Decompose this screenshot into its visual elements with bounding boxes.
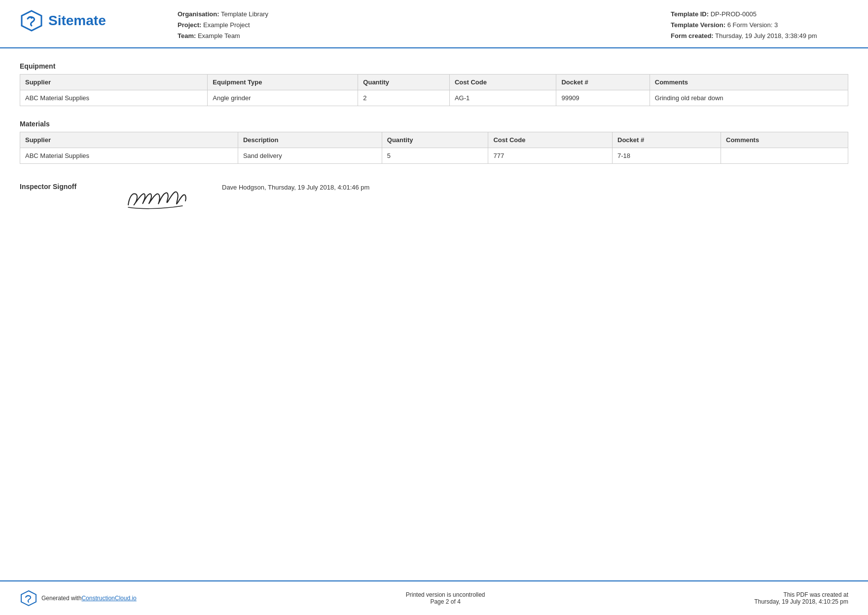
svg-point-1 [31,17,33,19]
signoff-section: Inspector Signoff Dave Hodgson, Thursday… [20,178,848,217]
equipment-cell-supplier: ABC Material Supplies [20,90,208,106]
equipment-table: Supplier Equipment Type Quantity Cost Co… [20,74,848,106]
page: Sitemate Organisation: Template Library … [0,0,868,615]
materials-col-description: Description [238,132,382,148]
project-row: Project: Example Project [178,20,671,31]
equipment-col-supplier: Supplier [20,75,208,90]
footer-center: Printed version is uncontrolled Page 2 o… [406,591,485,605]
equipment-cell-qty: 2 [358,90,450,106]
team-value: Example Team [198,32,240,39]
form-version-value: 3 [774,21,778,29]
equipment-header-row: Supplier Equipment Type Quantity Cost Co… [20,75,848,90]
materials-table-row: ABC Material Supplies Sand delivery 5 77… [20,148,848,164]
materials-cell-comments [721,148,848,164]
signoff-info: Dave Hodgson, Thursday, 19 July 2018, 4:… [207,178,369,191]
footer-pdf-created-date: Thursday, 19 July 2018, 4:10:25 pm [754,598,848,605]
svg-marker-2 [21,591,36,606]
materials-col-docket: Docket # [613,132,721,148]
equipment-section-title: Equipment [20,62,848,70]
form-version-label: Form Version: [733,21,773,29]
template-version-label: Template Version: [671,21,725,29]
footer-generated-text: Generated with [41,595,81,602]
svg-marker-0 [22,11,41,31]
materials-col-comments: Comments [721,132,848,148]
template-id-row: Template ID: DP-PROD-0005 [671,9,848,20]
equipment-cell-cost: AG-1 [449,90,556,106]
equipment-col-docket: Docket # [556,75,650,90]
equipment-col-type: Equipment Type [208,75,358,90]
footer-page-of: Page 2 of 4 [406,598,485,605]
header-right: Template ID: DP-PROD-0005 Template Versi… [671,9,848,41]
equipment-col-qty: Quantity [358,75,450,90]
equipment-cell-docket: 99909 [556,90,650,106]
form-created-row: Form created: Thursday, 19 July 2018, 3:… [671,31,848,41]
equipment-cell-type: Angle grinder [208,90,358,106]
form-created-value: Thursday, 19 July 2018, 3:38:49 pm [715,32,817,39]
materials-col-cost: Cost Code [488,132,613,148]
equipment-table-row: ABC Material Supplies Angle grinder 2 AG… [20,90,848,106]
logo-text: Sitemate [48,13,106,29]
team-label: Team: [178,32,196,39]
materials-cell-supplier: ABC Material Supplies [20,148,238,164]
project-value: Example Project [203,21,250,29]
materials-section-title: Materials [20,120,848,128]
org-label: Organisation: [178,10,219,18]
main-content: Equipment Supplier Equipment Type Quanti… [0,48,868,580]
signoff-signature [108,178,207,217]
signature-svg [118,180,197,215]
header: Sitemate Organisation: Template Library … [0,0,868,48]
sitemate-logo-icon [20,9,43,33]
materials-cell-docket: 7-18 [613,148,721,164]
signoff-label: Inspector Signoff [20,178,108,191]
materials-table: Supplier Description Quantity Cost Code … [20,132,848,164]
header-meta: Organisation: Template Library Project: … [148,9,671,41]
materials-cell-cost: 777 [488,148,613,164]
template-version-value: 6 [727,21,731,29]
footer-right: This PDF was created at Thursday, 19 Jul… [754,591,848,605]
materials-col-supplier: Supplier [20,132,238,148]
materials-cell-qty: 5 [382,148,488,164]
equipment-col-cost: Cost Code [449,75,556,90]
footer-link[interactable]: ConstructionCloud.io [81,595,136,602]
footer-left: Generated with ConstructionCloud.io [20,589,137,607]
template-id-value: DP-PROD-0005 [711,10,757,18]
logo-area: Sitemate [20,9,148,33]
footer-pdf-created-label: This PDF was created at [754,591,848,598]
materials-cell-description: Sand delivery [238,148,382,164]
equipment-cell-comments: Grinding old rebar down [650,90,848,106]
form-created-label: Form created: [671,32,714,39]
footer: Generated with ConstructionCloud.io Prin… [0,580,868,615]
template-version-row: Template Version: 6 Form Version: 3 [671,20,848,31]
footer-uncontrolled: Printed version is uncontrolled [406,591,485,598]
template-id-label: Template ID: [671,10,709,18]
org-value: Template Library [221,10,268,18]
team-row: Team: Example Team [178,31,671,41]
footer-logo-icon [20,589,37,607]
materials-header-row: Supplier Description Quantity Cost Code … [20,132,848,148]
equipment-col-comments: Comments [650,75,848,90]
materials-col-qty: Quantity [382,132,488,148]
project-label: Project: [178,21,201,29]
org-row: Organisation: Template Library [178,9,671,20]
